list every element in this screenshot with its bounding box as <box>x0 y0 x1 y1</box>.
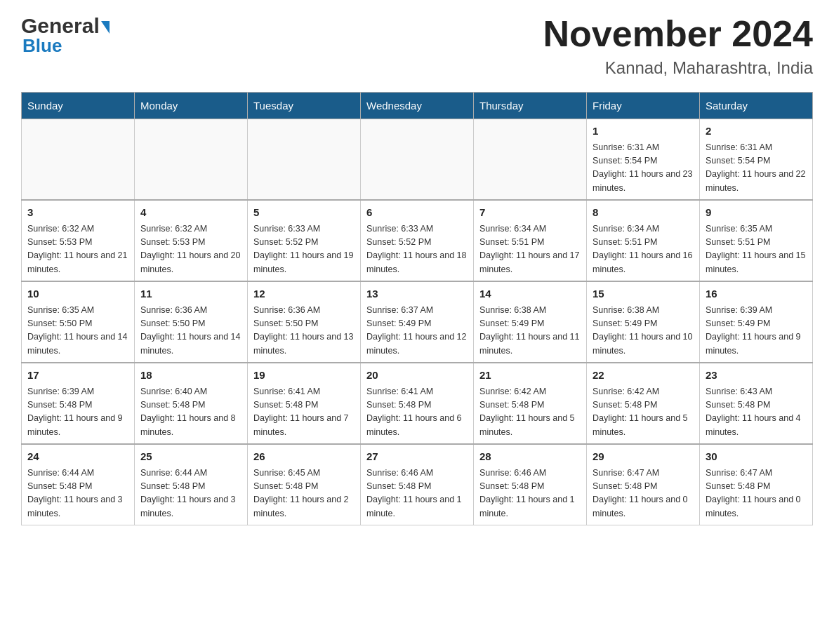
logo-text: General <box>21 14 110 38</box>
calendar-week-row: 24Sunrise: 6:44 AMSunset: 5:48 PMDayligh… <box>22 444 813 525</box>
calendar-cell: 30Sunrise: 6:47 AMSunset: 5:48 PMDayligh… <box>700 444 813 525</box>
calendar-cell: 21Sunrise: 6:42 AMSunset: 5:48 PMDayligh… <box>474 363 587 444</box>
calendar-cell: 5Sunrise: 6:33 AMSunset: 5:52 PMDaylight… <box>248 200 361 281</box>
calendar-week-row: 1Sunrise: 6:31 AMSunset: 5:54 PMDaylight… <box>22 119 813 201</box>
calendar-cell: 3Sunrise: 6:32 AMSunset: 5:53 PMDaylight… <box>22 200 135 281</box>
calendar-table: SundayMondayTuesdayWednesdayThursdayFrid… <box>21 92 813 525</box>
calendar-header-sunday: Sunday <box>22 93 135 119</box>
calendar-cell <box>135 119 248 201</box>
calendar-cell: 8Sunrise: 6:34 AMSunset: 5:51 PMDaylight… <box>587 200 700 281</box>
day-number: 18 <box>140 368 241 384</box>
day-number: 12 <box>253 286 355 302</box>
day-number: 25 <box>140 449 241 465</box>
day-number: 5 <box>253 205 355 221</box>
calendar-cell <box>248 119 361 201</box>
calendar-header-thursday: Thursday <box>474 93 587 119</box>
calendar-cell <box>474 119 587 201</box>
calendar-week-row: 17Sunrise: 6:39 AMSunset: 5:48 PMDayligh… <box>22 363 813 444</box>
day-info: Sunrise: 6:38 AMSunset: 5:49 PMDaylight:… <box>593 304 694 358</box>
day-number: 21 <box>479 368 581 384</box>
logo-triangle-icon <box>101 21 110 34</box>
calendar-cell: 10Sunrise: 6:35 AMSunset: 5:50 PMDayligh… <box>22 281 135 363</box>
day-info: Sunrise: 6:47 AMSunset: 5:48 PMDaylight:… <box>593 467 694 521</box>
calendar-week-row: 3Sunrise: 6:32 AMSunset: 5:53 PMDaylight… <box>22 200 813 281</box>
day-number: 7 <box>479 205 581 221</box>
day-info: Sunrise: 6:32 AMSunset: 5:53 PMDaylight:… <box>140 222 241 277</box>
calendar-cell: 12Sunrise: 6:36 AMSunset: 5:50 PMDayligh… <box>248 281 361 363</box>
calendar-cell: 16Sunrise: 6:39 AMSunset: 5:49 PMDayligh… <box>700 281 813 363</box>
day-number: 29 <box>593 449 694 465</box>
day-info: Sunrise: 6:31 AMSunset: 5:54 PMDaylight:… <box>593 141 694 196</box>
calendar-cell: 15Sunrise: 6:38 AMSunset: 5:49 PMDayligh… <box>587 281 700 363</box>
day-info: Sunrise: 6:36 AMSunset: 5:50 PMDaylight:… <box>253 304 355 358</box>
day-number: 17 <box>27 368 128 384</box>
day-number: 8 <box>593 205 694 221</box>
day-number: 1 <box>593 123 694 140</box>
day-number: 26 <box>253 449 355 465</box>
logo-blue-word: Blue <box>22 35 62 57</box>
day-info: Sunrise: 6:41 AMSunset: 5:48 PMDaylight:… <box>366 385 468 440</box>
calendar-cell: 26Sunrise: 6:45 AMSunset: 5:48 PMDayligh… <box>248 444 361 525</box>
calendar-week-row: 10Sunrise: 6:35 AMSunset: 5:50 PMDayligh… <box>22 281 813 363</box>
main-title: November 2024 <box>543 14 813 54</box>
day-number: 11 <box>140 286 241 302</box>
calendar-cell: 19Sunrise: 6:41 AMSunset: 5:48 PMDayligh… <box>248 363 361 444</box>
calendar-cell: 17Sunrise: 6:39 AMSunset: 5:48 PMDayligh… <box>22 363 135 444</box>
calendar-cell: 20Sunrise: 6:41 AMSunset: 5:48 PMDayligh… <box>361 363 474 444</box>
calendar-cell: 13Sunrise: 6:37 AMSunset: 5:49 PMDayligh… <box>361 281 474 363</box>
calendar-cell <box>22 119 135 201</box>
calendar-cell: 18Sunrise: 6:40 AMSunset: 5:48 PMDayligh… <box>135 363 248 444</box>
day-number: 2 <box>706 123 807 140</box>
day-info: Sunrise: 6:43 AMSunset: 5:48 PMDaylight:… <box>706 385 807 440</box>
calendar-header-monday: Monday <box>135 93 248 119</box>
calendar-header-tuesday: Tuesday <box>248 93 361 119</box>
day-number: 6 <box>366 205 468 221</box>
day-number: 30 <box>706 449 807 465</box>
day-info: Sunrise: 6:33 AMSunset: 5:52 PMDaylight:… <box>253 222 355 277</box>
day-number: 22 <box>593 368 694 384</box>
calendar-cell: 29Sunrise: 6:47 AMSunset: 5:48 PMDayligh… <box>587 444 700 525</box>
day-info: Sunrise: 6:46 AMSunset: 5:48 PMDaylight:… <box>366 467 468 521</box>
day-info: Sunrise: 6:39 AMSunset: 5:48 PMDaylight:… <box>27 385 128 440</box>
calendar-cell: 9Sunrise: 6:35 AMSunset: 5:51 PMDaylight… <box>700 200 813 281</box>
logo: General Blue <box>21 14 110 57</box>
title-section: November 2024 Kannad, Maharashtra, India <box>543 14 813 78</box>
day-number: 19 <box>253 368 355 384</box>
calendar-header-friday: Friday <box>587 93 700 119</box>
day-number: 27 <box>366 449 468 465</box>
calendar-cell: 11Sunrise: 6:36 AMSunset: 5:50 PMDayligh… <box>135 281 248 363</box>
subtitle: Kannad, Maharashtra, India <box>543 58 813 78</box>
day-info: Sunrise: 6:35 AMSunset: 5:50 PMDaylight:… <box>27 304 128 358</box>
day-number: 10 <box>27 286 128 302</box>
day-number: 4 <box>140 205 241 221</box>
calendar-cell: 14Sunrise: 6:38 AMSunset: 5:49 PMDayligh… <box>474 281 587 363</box>
day-number: 15 <box>593 286 694 302</box>
day-number: 13 <box>366 286 468 302</box>
calendar-cell <box>361 119 474 201</box>
calendar-cell: 1Sunrise: 6:31 AMSunset: 5:54 PMDaylight… <box>587 119 700 201</box>
day-info: Sunrise: 6:35 AMSunset: 5:51 PMDaylight:… <box>706 222 807 277</box>
calendar-cell: 7Sunrise: 6:34 AMSunset: 5:51 PMDaylight… <box>474 200 587 281</box>
calendar-header-row: SundayMondayTuesdayWednesdayThursdayFrid… <box>22 93 813 119</box>
day-info: Sunrise: 6:36 AMSunset: 5:50 PMDaylight:… <box>140 304 241 358</box>
day-info: Sunrise: 6:37 AMSunset: 5:49 PMDaylight:… <box>366 304 468 358</box>
day-info: Sunrise: 6:46 AMSunset: 5:48 PMDaylight:… <box>479 467 581 521</box>
day-info: Sunrise: 6:39 AMSunset: 5:49 PMDaylight:… <box>706 304 807 358</box>
day-number: 23 <box>706 368 807 384</box>
day-info: Sunrise: 6:47 AMSunset: 5:48 PMDaylight:… <box>706 467 807 521</box>
day-info: Sunrise: 6:41 AMSunset: 5:48 PMDaylight:… <box>253 385 355 440</box>
day-info: Sunrise: 6:38 AMSunset: 5:49 PMDaylight:… <box>479 304 581 358</box>
calendar-cell: 25Sunrise: 6:44 AMSunset: 5:48 PMDayligh… <box>135 444 248 525</box>
calendar-cell: 22Sunrise: 6:42 AMSunset: 5:48 PMDayligh… <box>587 363 700 444</box>
day-info: Sunrise: 6:45 AMSunset: 5:48 PMDaylight:… <box>253 467 355 521</box>
calendar-cell: 27Sunrise: 6:46 AMSunset: 5:48 PMDayligh… <box>361 444 474 525</box>
day-number: 3 <box>27 205 128 221</box>
calendar-cell: 24Sunrise: 6:44 AMSunset: 5:48 PMDayligh… <box>22 444 135 525</box>
logo-general: General <box>21 14 100 38</box>
day-info: Sunrise: 6:42 AMSunset: 5:48 PMDaylight:… <box>593 385 694 440</box>
day-info: Sunrise: 6:34 AMSunset: 5:51 PMDaylight:… <box>593 222 694 277</box>
calendar-cell: 23Sunrise: 6:43 AMSunset: 5:48 PMDayligh… <box>700 363 813 444</box>
calendar-header-wednesday: Wednesday <box>361 93 474 119</box>
calendar-cell: 28Sunrise: 6:46 AMSunset: 5:48 PMDayligh… <box>474 444 587 525</box>
page-header: General Blue November 2024 Kannad, Mahar… <box>21 14 813 78</box>
